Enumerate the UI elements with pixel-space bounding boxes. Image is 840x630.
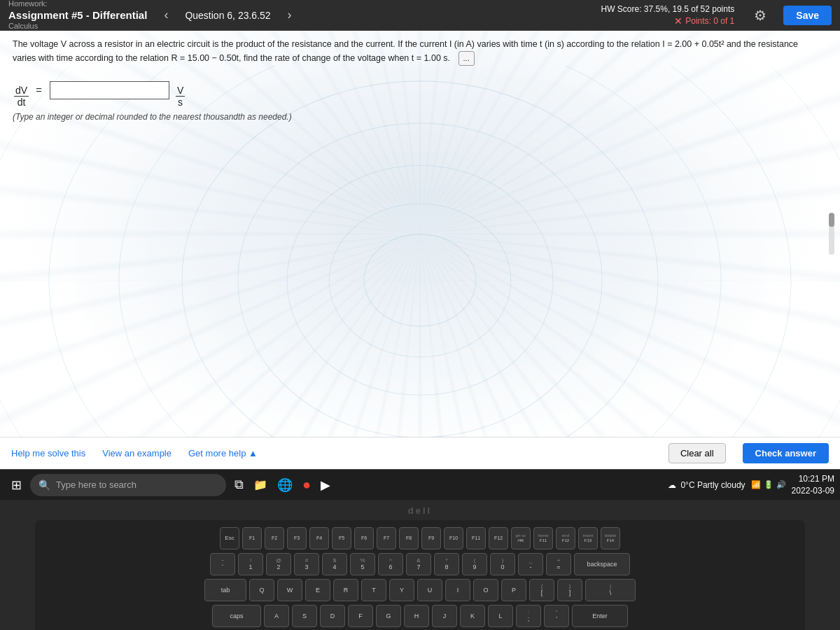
- get-more-help-button[interactable]: Get more help ▲: [188, 448, 258, 458]
- key-5[interactable]: %5: [350, 553, 375, 575]
- key-3[interactable]: #3: [294, 553, 319, 575]
- key-h[interactable]: H: [404, 605, 429, 627]
- key-0[interactable]: )0: [490, 553, 515, 575]
- save-button[interactable]: Save: [783, 6, 832, 25]
- scroll-thumb: [829, 213, 834, 227]
- scroll-indicator[interactable]: [829, 213, 834, 255]
- key-backslash[interactable]: |\: [585, 579, 636, 601]
- weather-widget[interactable]: ☁ 0°C Partly cloudy: [668, 480, 745, 490]
- key-o[interactable]: O: [473, 579, 498, 601]
- clear-all-button[interactable]: Clear all: [668, 443, 726, 463]
- key-f8[interactable]: F8: [399, 527, 419, 550]
- key-f6[interactable]: F6: [354, 527, 374, 550]
- key-f2[interactable]: F2: [265, 527, 284, 550]
- svg-point-2: [329, 204, 511, 357]
- hw-score-label: HW Score: 37.5%, 19.5 of 52 points: [601, 4, 735, 14]
- clock-area[interactable]: 10:21 PM 2022-03-09: [792, 473, 834, 497]
- key-6[interactable]: ^6: [378, 553, 403, 575]
- svg-point-1: [364, 234, 476, 326]
- key-end[interactable]: endF12: [556, 527, 575, 550]
- help-me-solve-button[interactable]: Help me solve this: [11, 448, 85, 458]
- key-caps-lock[interactable]: caps: [212, 605, 261, 627]
- view-example-button[interactable]: View an example: [102, 448, 172, 458]
- key-f4[interactable]: F4: [309, 527, 329, 550]
- key-4[interactable]: $4: [322, 553, 347, 575]
- edge-browser-button[interactable]: 🌐: [274, 475, 295, 496]
- key-rbracket[interactable]: }]: [557, 579, 582, 601]
- key-a[interactable]: A: [264, 605, 289, 627]
- key-esc[interactable]: Esc: [220, 527, 239, 550]
- key-tab[interactable]: tab: [204, 579, 246, 601]
- key-r[interactable]: R: [333, 579, 358, 601]
- problem-text: The voltage V across a resistor in an el…: [13, 38, 811, 66]
- key-j[interactable]: J: [432, 605, 457, 627]
- system-tray: 📶 🔋 🔊: [751, 480, 786, 489]
- network-icon[interactable]: 📶: [751, 480, 761, 489]
- key-2[interactable]: @2: [266, 553, 291, 575]
- points-row: ✕ Points: 0 of 1: [674, 15, 734, 27]
- x-icon: ✕: [674, 15, 682, 27]
- key-k[interactable]: K: [460, 605, 485, 627]
- battery-icon[interactable]: 🔋: [764, 480, 774, 489]
- key-s[interactable]: S: [292, 605, 317, 627]
- taskbar-pinned-icons: ⧉ 📁 🌐 ● ▶: [229, 474, 336, 496]
- expand-button[interactable]: ...: [458, 51, 475, 66]
- task-view-button[interactable]: ⧉: [232, 475, 246, 495]
- key-insert[interactable]: insertF13: [578, 527, 598, 550]
- key-enter[interactable]: Enter: [572, 605, 628, 627]
- key-f12[interactable]: F12: [489, 527, 508, 550]
- clock-time: 10:21 PM: [792, 473, 834, 485]
- content-inner: The voltage V across a resistor in an el…: [0, 31, 840, 129]
- key-8[interactable]: *8: [434, 553, 459, 575]
- key-semicolon[interactable]: :;: [516, 605, 541, 627]
- weather-text: 0°C Partly cloudy: [680, 480, 745, 490]
- prev-question-button[interactable]: ‹: [158, 5, 174, 25]
- key-1[interactable]: !1: [238, 553, 263, 575]
- key-y[interactable]: Y: [389, 579, 414, 601]
- next-question-button[interactable]: ›: [282, 5, 298, 25]
- key-f7[interactable]: F7: [377, 527, 396, 550]
- key-i[interactable]: I: [445, 579, 470, 601]
- check-answer-button[interactable]: Check answer: [743, 443, 829, 463]
- key-delete[interactable]: deleteF14: [601, 527, 620, 550]
- key-u[interactable]: U: [417, 579, 442, 601]
- key-backspace[interactable]: backspace: [574, 553, 630, 575]
- keyboard-row-numbers: ~` !1 @2 #3 $4 %5 ^6 &7 *8 (9 )0 _- += b…: [45, 553, 795, 575]
- key-home[interactable]: homeF11: [533, 527, 553, 550]
- key-9[interactable]: (9: [462, 553, 487, 575]
- keyboard: Esc F1 F2 F3 F4 F5 F6 F7 F8 F9 F10 F11 F…: [35, 520, 805, 630]
- key-7[interactable]: &7: [406, 553, 431, 575]
- taskbar-right: ☁ 0°C Partly cloudy 📶 🔋 🔊 10:21 PM 2022-…: [668, 473, 834, 497]
- key-f9[interactable]: F9: [421, 527, 441, 550]
- key-quote[interactable]: "': [544, 605, 569, 627]
- key-minus[interactable]: _-: [518, 553, 543, 575]
- volume-icon[interactable]: 🔊: [776, 480, 786, 489]
- key-g[interactable]: G: [376, 605, 401, 627]
- key-f11[interactable]: F11: [466, 527, 486, 550]
- key-f[interactable]: F: [348, 605, 373, 627]
- settings-gear-icon[interactable]: ⚙: [754, 7, 766, 24]
- key-lbracket[interactable]: {[: [529, 579, 554, 601]
- key-t[interactable]: T: [361, 579, 386, 601]
- file-explorer-button[interactable]: 📁: [251, 475, 270, 494]
- windows-start-button[interactable]: ⊞: [6, 475, 27, 496]
- key-f10[interactable]: F10: [444, 527, 463, 550]
- key-w[interactable]: W: [277, 579, 302, 601]
- key-f5[interactable]: F5: [332, 527, 351, 550]
- key-f3[interactable]: F3: [287, 527, 307, 550]
- media-player-button[interactable]: ▶: [318, 475, 333, 496]
- key-prtsc[interactable]: prt sc/4K: [511, 527, 531, 550]
- key-d[interactable]: D: [320, 605, 345, 627]
- key-tilde[interactable]: ~`: [210, 553, 235, 575]
- key-p[interactable]: P: [501, 579, 526, 601]
- taskbar-search-box[interactable]: 🔍 Type here to search: [30, 474, 226, 496]
- key-e[interactable]: E: [305, 579, 330, 601]
- key-q[interactable]: Q: [249, 579, 274, 601]
- key-f1[interactable]: F1: [242, 527, 262, 550]
- answer-input[interactable]: [50, 81, 169, 99]
- chrome-button[interactable]: ●: [300, 474, 314, 496]
- keyboard-row-asdf: caps A S D F G H J K L :; "' Enter: [45, 605, 795, 627]
- key-equals[interactable]: +=: [546, 553, 571, 575]
- key-l[interactable]: L: [488, 605, 513, 627]
- svg-point-4: [238, 123, 602, 437]
